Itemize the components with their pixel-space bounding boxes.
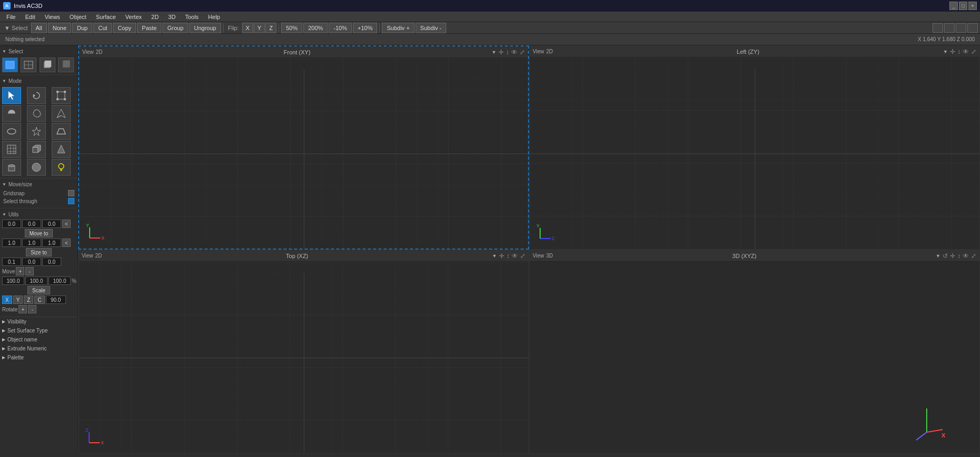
menu-vertex[interactable]: Vertex [121, 13, 146, 21]
utils-x2-input[interactable] [2, 239, 21, 247]
utils-mz-input[interactable] [42, 258, 61, 266]
utils-y2-input[interactable] [22, 239, 41, 247]
mode-sphere-half-btn[interactable] [2, 105, 21, 122]
view-mode-btn-3[interactable] [956, 23, 966, 33]
move-to-button[interactable]: Move to [25, 229, 53, 237]
close-button[interactable]: × [968, 2, 977, 10]
vp-left-2d-label[interactable]: 2D [546, 49, 553, 54]
menu-object[interactable]: Object [65, 13, 91, 21]
scale-button[interactable]: Scale [27, 286, 50, 294]
vp-3d-view-label[interactable]: View [533, 253, 544, 259]
utils-z1-input[interactable] [42, 220, 61, 228]
utils-mx-input[interactable] [2, 258, 21, 266]
mode-bulb-btn[interactable] [52, 159, 71, 176]
visibility-section[interactable]: ▶ Visibility [0, 317, 78, 326]
viewport-left[interactable]: View 2D Left (ZY) ▼ ✛ ↕ 👁 ⤢ Z [529, 45, 980, 250]
menu-tools[interactable]: Tools [181, 13, 203, 21]
zoom-plus10-button[interactable]: +10% [353, 23, 377, 33]
mode-cut-btn[interactable] [52, 105, 71, 122]
mode-cube3d-btn[interactable] [27, 141, 46, 158]
vp-front-2d-label[interactable]: 2D [96, 49, 103, 55]
vp-3d-arrows-icon[interactable]: ↕ [957, 252, 960, 260]
mode-arrow-btn[interactable] [2, 87, 21, 104]
zoom-200-button[interactable]: 200% [303, 23, 328, 33]
rotate-z-btn[interactable]: Z [24, 296, 33, 304]
rotate-minus-button[interactable]: - [28, 305, 36, 313]
minimize-button[interactable]: _ [949, 2, 958, 10]
select-solid-btn[interactable] [40, 58, 55, 72]
mode-trapezoid-btn[interactable] [52, 123, 71, 140]
vp-front-dropdown[interactable]: ▼ [492, 50, 496, 55]
mode-rotate-btn[interactable] [27, 87, 46, 104]
utils-sx-input[interactable] [2, 277, 24, 285]
menu-edit[interactable]: Edit [21, 13, 40, 21]
select-none-button[interactable]: None [48, 23, 71, 33]
mode-cylinder-btn[interactable] [2, 159, 21, 176]
paste-button[interactable]: Paste [137, 23, 161, 33]
mode-lattice-btn[interactable] [52, 87, 71, 104]
vp-3d-eye-icon[interactable]: 👁 [963, 252, 969, 260]
move-minus-button[interactable]: - [25, 267, 34, 275]
utils-y1-input[interactable] [22, 220, 41, 228]
flip-z-button[interactable]: Z [265, 23, 276, 33]
flip-y-button[interactable]: Y [254, 23, 265, 33]
vp-3d-3d-label[interactable]: 3D [546, 253, 553, 259]
rotate-plus-button[interactable]: + [18, 305, 27, 313]
mode-cone-btn[interactable] [52, 141, 71, 158]
maximize-button[interactable]: □ [959, 2, 967, 10]
vp-left-expand-icon[interactable]: ⤢ [971, 48, 976, 55]
utils-sz-input[interactable] [49, 277, 71, 285]
vp-front-view-label[interactable]: View [82, 49, 94, 55]
select-face-btn[interactable] [2, 58, 18, 72]
utils-x1-input[interactable] [2, 220, 21, 228]
vp-front-move-icon[interactable]: ✛ [498, 49, 504, 56]
vp-top-eye-icon[interactable]: 👁 [512, 252, 518, 260]
subdiv-plus-button[interactable]: Subdiv + [382, 23, 414, 33]
mode-ellipse-btn[interactable] [2, 123, 21, 140]
vp-left-dropdown[interactable]: ▼ [943, 49, 948, 54]
zoom-50-button[interactable]: 50% [281, 23, 302, 33]
extrude-numeric-section[interactable]: ▶ Extrude Numeric [0, 344, 78, 353]
vp-top-expand-icon[interactable]: ⤢ [520, 252, 525, 260]
vp-3d-dropdown[interactable]: ▼ [936, 253, 940, 259]
flip-x-button[interactable]: X [242, 23, 253, 33]
rotate-y-btn[interactable]: Y [13, 296, 23, 304]
utils-sy-input[interactable] [25, 277, 47, 285]
menu-file[interactable]: File [2, 13, 20, 21]
vp-3d-expand-icon[interactable]: ⤢ [971, 252, 976, 260]
utils-xyz1-collapse[interactable]: < [62, 220, 71, 228]
vp-3d-refresh-icon[interactable]: ↺ [943, 252, 948, 260]
view-mode-btn-1[interactable] [933, 23, 943, 33]
group-button[interactable]: Group [162, 23, 188, 33]
view-mode-btn-2[interactable] [944, 23, 955, 33]
menu-views[interactable]: Views [41, 13, 64, 21]
gridsnap-checkbox[interactable] [68, 190, 74, 196]
vp-top-view-label[interactable]: View [82, 253, 93, 259]
select-wire-btn[interactable] [21, 58, 36, 72]
vp-front-expand-icon[interactable]: ⤢ [520, 49, 525, 56]
vp-left-eye-icon[interactable]: 👁 [963, 48, 969, 55]
zoom-minus10-button[interactable]: -10% [329, 23, 352, 33]
rotate-angle-input[interactable] [46, 296, 66, 304]
vp-left-arrows-icon[interactable]: ↕ [957, 48, 960, 55]
view-mode-btn-4[interactable] [967, 23, 978, 33]
mode-star-btn[interactable] [27, 123, 46, 140]
menu-surface[interactable]: Surface [92, 13, 120, 21]
palette-section[interactable]: ▶ Palette [0, 353, 78, 362]
utils-my-input[interactable] [22, 258, 41, 266]
rotate-c-btn[interactable]: C [34, 296, 44, 304]
set-surface-type-section[interactable]: ▶ Set Surface Type [0, 326, 78, 335]
rotate-x-btn[interactable]: X [2, 296, 12, 304]
menu-help[interactable]: Help [204, 13, 225, 21]
viewport-front[interactable]: View 2D Front (XY) ▼ ✛ ↕ 👁 ⤢ [78, 45, 529, 250]
cut-button[interactable]: Cut [93, 23, 112, 33]
select-dark-btn[interactable] [58, 58, 74, 72]
menu-3d[interactable]: 3D [164, 13, 180, 21]
select-all-button[interactable]: All [31, 23, 47, 33]
size-to-button[interactable]: Size to [26, 248, 52, 256]
vp-front-arrows-icon[interactable]: ↕ [506, 49, 509, 56]
viewport-3d[interactable]: View 3D 3D (XYZ) ▼ ↺ ✛ ↕ 👁 ⤢ [529, 250, 980, 454]
mode-lasso-btn[interactable] [27, 105, 46, 122]
object-name-section[interactable]: ▶ Object name [0, 335, 78, 344]
menu-2d[interactable]: 2D [147, 13, 163, 21]
